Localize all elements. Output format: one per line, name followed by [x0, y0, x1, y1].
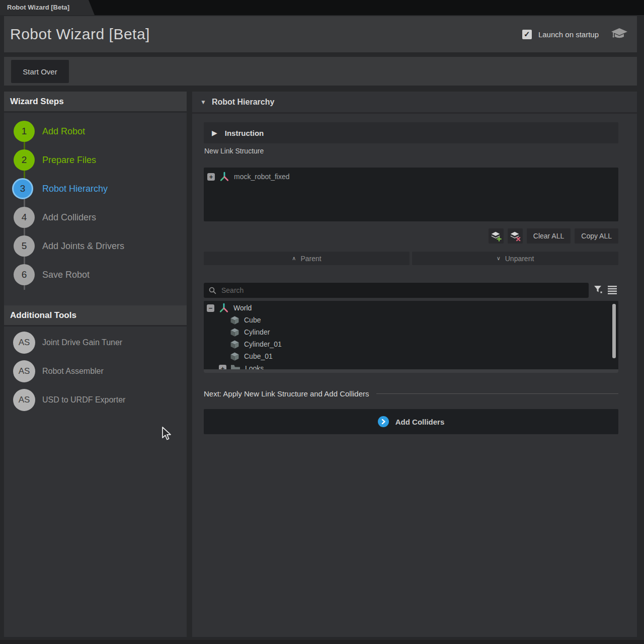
- stage-tree-row-cylinder-01[interactable]: Cylinder_01: [204, 338, 618, 350]
- horizontal-scrollbar-track[interactable]: [204, 369, 618, 373]
- cube-icon: [230, 340, 239, 349]
- expand-plus-icon[interactable]: +: [207, 173, 215, 181]
- stage-tree: − World Cube: [204, 301, 618, 373]
- new-link-structure-label: New Link Structure: [204, 147, 264, 155]
- action-toolbar: Start Over: [4, 57, 637, 86]
- stage-tree-label: Cylinder: [244, 328, 270, 336]
- add-colliders-label: Add Colliders: [395, 418, 445, 426]
- link-actions: Clear ALL Copy ALL: [489, 228, 618, 244]
- next-step-heading: Next: Apply New Link Structure and Add C…: [204, 389, 369, 398]
- wizard-step-save-robot[interactable]: 6 Save Robot: [4, 264, 187, 285]
- tool-badge: AS: [13, 360, 35, 382]
- copy-all-label: Copy ALL: [581, 232, 612, 240]
- stage-tree-row-cube-01[interactable]: Cube_01: [204, 350, 618, 362]
- wizard-step-add-robot[interactable]: 1 Add Robot: [4, 121, 187, 142]
- robot-hierarchy-header[interactable]: ▼ Robot Hierarchy: [192, 92, 637, 114]
- filter-icon: [593, 285, 603, 295]
- tool-badge: AS: [13, 332, 35, 354]
- start-over-label: Start Over: [23, 67, 57, 76]
- additional-tools-header: Additional Tools: [4, 305, 187, 327]
- step-label: Add Robot: [42, 121, 85, 142]
- app-window: Robot Wizard [Beta] Robot Wizard [Beta] …: [0, 0, 644, 644]
- layer-delete-icon: [510, 230, 521, 242]
- page-title: Robot Wizard [Beta]: [10, 26, 522, 43]
- tool-usd-to-urdf-exporter[interactable]: AS USD to URDF Exporter: [4, 389, 187, 411]
- cube-icon: [230, 315, 239, 325]
- tree-options-button[interactable]: [608, 286, 617, 296]
- mouse-cursor: [161, 427, 173, 444]
- step-label: Save Robot: [42, 264, 90, 285]
- stage-tree-row-cylinder[interactable]: Cylinder: [204, 326, 618, 338]
- step-number-badge: 5: [14, 235, 35, 257]
- chevron-up-icon: ∧: [292, 255, 296, 262]
- stage-tree-label: Cube_01: [244, 352, 273, 360]
- parent-label: Parent: [300, 255, 321, 263]
- parent-button[interactable]: ∧ Parent: [204, 252, 410, 265]
- vertical-scrollbar-thumb[interactable]: [612, 304, 616, 358]
- step-number-badge: 6: [14, 264, 35, 285]
- tab-strip: Robot Wizard [Beta]: [0, 0, 644, 15]
- collapse-triangle-icon: ▼: [200, 99, 206, 106]
- tool-badge: AS: [13, 389, 35, 411]
- cube-icon: [230, 328, 239, 337]
- link-tree-label: mock_robot_fixed: [234, 173, 290, 181]
- step-label: Add Colliders: [42, 207, 96, 228]
- xform-icon: [219, 303, 229, 313]
- wizard-steps-panel: Wizard Steps 1 Add Robot 2 Prepare Files…: [4, 92, 187, 637]
- header: Robot Wizard [Beta] ✓ Launch on startup: [4, 16, 637, 52]
- wizard-steps-title: Wizard Steps: [10, 97, 64, 107]
- remove-layer-button[interactable]: [508, 228, 523, 244]
- new-link-structure-tree: + mock_robot_fixed: [204, 168, 618, 221]
- stage-tree-label: Cube: [244, 316, 261, 324]
- window-tab-label: Robot Wizard [Beta]: [7, 4, 69, 11]
- search-box[interactable]: [204, 283, 589, 298]
- unparent-button[interactable]: ∨ Unparent: [412, 252, 618, 265]
- add-colliders-button[interactable]: Add Colliders: [204, 409, 618, 434]
- instruction-collapsible[interactable]: ▶ Instruction: [204, 122, 618, 143]
- link-tree-row-mock-robot-fixed[interactable]: + mock_robot_fixed: [204, 171, 618, 183]
- step-label: Prepare Files: [42, 149, 96, 171]
- additional-tools-title: Additional Tools: [10, 310, 76, 320]
- clear-all-label: Clear ALL: [533, 232, 564, 240]
- stage-tree-label: World: [233, 304, 252, 312]
- step-label: Robot Hierarchy: [42, 178, 108, 199]
- tool-label: USD to URDF Exporter: [42, 389, 125, 411]
- layer-add-icon: [491, 230, 502, 242]
- robot-hierarchy-panel: ▼ Robot Hierarchy ▶ Instruction New Link…: [192, 92, 637, 637]
- wizard-step-add-joints-drivers[interactable]: 5 Add Joints & Drivers: [4, 235, 187, 257]
- copy-all-button[interactable]: Copy ALL: [575, 228, 618, 244]
- window-tab[interactable]: Robot Wizard [Beta]: [0, 0, 95, 15]
- wizard-steps-header: Wizard Steps: [4, 92, 187, 113]
- tool-label: Joint Drive Gain Tuner: [42, 332, 122, 354]
- stage-tree-row-cube[interactable]: Cube: [204, 314, 618, 326]
- filter-button[interactable]: [593, 285, 603, 297]
- expand-right-icon: ▶: [212, 129, 217, 137]
- search-input[interactable]: [220, 286, 589, 295]
- stage-tree-row-world[interactable]: − World: [204, 302, 618, 314]
- xform-icon: [219, 172, 229, 182]
- step-number-badge: 4: [14, 207, 35, 228]
- search-icon: [209, 287, 216, 294]
- start-over-button[interactable]: Start Over: [11, 60, 69, 83]
- step-number-badge: 1: [14, 121, 35, 142]
- next-step-heading-row: Next: Apply New Link Structure and Add C…: [204, 389, 618, 398]
- divider-line: [376, 393, 619, 394]
- add-layer-button[interactable]: [489, 228, 504, 244]
- launch-on-startup-label: Launch on startup: [538, 30, 599, 39]
- unparent-label: Unparent: [505, 255, 534, 263]
- graduation-cap-icon[interactable]: [611, 28, 628, 41]
- robot-hierarchy-title: Robot Hierarchy: [212, 98, 274, 107]
- tool-joint-drive-gain-tuner[interactable]: AS Joint Drive Gain Tuner: [4, 332, 187, 354]
- instruction-label: Instruction: [225, 129, 264, 137]
- tool-robot-assembler[interactable]: AS Robot Assembler: [4, 360, 187, 382]
- wizard-step-robot-hierarchy[interactable]: 3 Robot Hierarchy: [4, 178, 187, 199]
- hamburger-menu-icon: [608, 286, 617, 294]
- collapse-minus-icon[interactable]: −: [207, 304, 214, 312]
- clear-all-button[interactable]: Clear ALL: [527, 228, 571, 244]
- wizard-step-prepare-files[interactable]: 2 Prepare Files: [4, 149, 187, 171]
- cube-icon: [230, 352, 239, 361]
- checkmark-icon: ✓: [524, 30, 530, 39]
- wizard-step-add-colliders[interactable]: 4 Add Colliders: [4, 207, 187, 228]
- launch-on-startup-checkbox[interactable]: ✓: [522, 30, 532, 39]
- stage-tree-label: Cylinder_01: [244, 340, 282, 348]
